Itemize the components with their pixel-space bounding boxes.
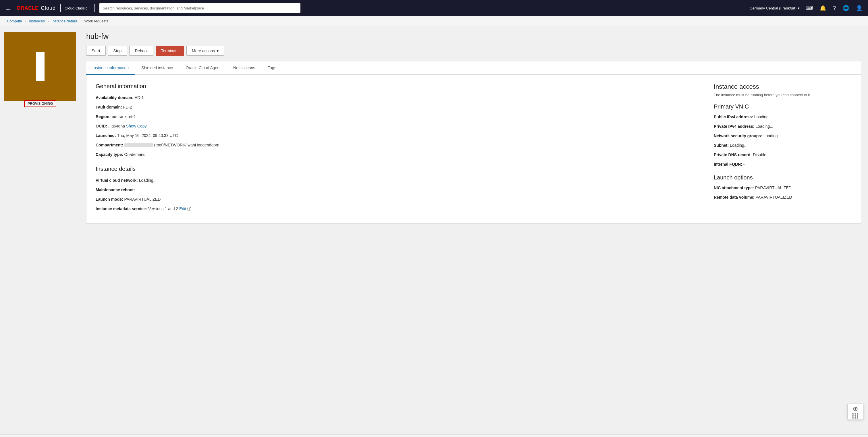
ocid-copy-link[interactable]: Copy (137, 124, 147, 128)
help-widget-icon: ⊕ (853, 405, 858, 413)
instance-access-section: Instance access The instance must be run… (714, 83, 851, 97)
field-subnet: Subnet: Loading... (714, 143, 851, 149)
main-content: PROVISIONING hub-fw Start Stop Reboot Te… (0, 26, 868, 434)
instance-thumbnail (4, 32, 76, 101)
breadcrumb: Compute › Instances › Instance details ›… (0, 16, 868, 26)
tab-instance-information[interactable]: Instance information (86, 61, 135, 75)
field-vcn: Virtual cloud network: Loading... (96, 178, 696, 184)
metadata-edit-link[interactable]: Edit (179, 207, 186, 211)
top-navigation: ☰ ORACLE Cloud Cloud Classic › Germany C… (0, 0, 868, 16)
breadcrumb-work-requests: Work requests (85, 19, 108, 23)
primary-vnic-title: Primary VNIC (714, 103, 851, 110)
field-metadata-service: Instance metadata service: Versions 1 an… (96, 206, 696, 212)
field-availability-domain: Availability domain: AD-1 (96, 95, 696, 101)
breadcrumb-compute[interactable]: Compute (7, 19, 22, 23)
info-section-right: Instance access The instance must be run… (714, 83, 851, 215)
notifications-bell-button[interactable]: 🔔 (818, 4, 827, 12)
launch-options-title: Launch options (714, 174, 851, 181)
help-widget[interactable]: ⊕ (847, 404, 863, 420)
hamburger-menu[interactable]: ☰ (5, 3, 12, 12)
cloud-label: Cloud (41, 5, 56, 11)
tab-notifications[interactable]: Notifications (227, 61, 261, 75)
tab-shielded-instance[interactable]: Shielded instance (135, 61, 180, 75)
tab-oracle-cloud-agent[interactable]: Oracle Cloud Agent (180, 61, 227, 75)
field-launched: Launched: Thu, May 16, 2024, 09:40:33 UT… (96, 133, 696, 139)
status-badge: PROVISIONING (24, 100, 56, 107)
cloud-classic-button[interactable]: Cloud Classic › (60, 4, 95, 12)
ocid-show-link[interactable]: Show (126, 124, 136, 128)
field-ocid: OCID: ...g64qna Show Copy (96, 123, 696, 129)
field-public-ipv4: Public IPv4 address: Loading... (714, 114, 851, 120)
search-input[interactable] (103, 6, 297, 10)
terminal-icon-button[interactable]: ⌨ (804, 4, 814, 12)
field-remote-data-volume: Remote data volume: PARAVIRTUALIZED (714, 194, 851, 200)
instance-detail-panel: hub-fw Start Stop Reboot Terminate More … (81, 26, 868, 434)
field-region: Region: eu-frankfurt-1 (96, 114, 696, 120)
instance-icon (36, 52, 44, 81)
field-capacity-type: Capacity type: On-demand (96, 152, 696, 158)
field-maintenance-reboot: Maintenance reboot: - (96, 187, 696, 193)
field-internal-fqdn: Internal FQDN: - (714, 161, 851, 167)
field-private-dns: Private DNS record: Disable (714, 152, 851, 158)
instance-access-title: Instance access (714, 83, 851, 90)
terminate-button[interactable]: Terminate (156, 46, 184, 56)
footer: Terms of Use and Privacy Cookie Preferen… (0, 434, 868, 437)
breadcrumb-instance-details[interactable]: Instance details (52, 19, 78, 23)
general-information-title: General information (96, 83, 696, 90)
primary-vnic-section: Primary VNIC Public IPv4 address: Loadin… (714, 103, 851, 167)
user-profile-button[interactable]: 👤 (855, 4, 863, 12)
reboot-button[interactable]: Reboot (129, 46, 153, 56)
field-fault-domain: Fault domain: FD-2 (96, 104, 696, 110)
general-information-section: General information Availability domain:… (96, 83, 696, 158)
instance-access-subtitle: The instance must be running before you … (714, 93, 851, 97)
field-launch-mode: Launch mode: PARAVIRTUALIZED (96, 196, 696, 202)
help-widget-dots (852, 413, 859, 418)
instance-image-panel: PROVISIONING (0, 26, 81, 434)
stop-button[interactable]: Stop (108, 46, 127, 56)
oracle-logo: ORACLE Cloud (17, 5, 56, 11)
search-bar (99, 3, 301, 13)
start-button[interactable]: Start (86, 46, 106, 56)
help-button[interactable]: ? (832, 4, 837, 12)
more-actions-button[interactable]: More actions ▾ (186, 46, 224, 56)
oracle-brand: ORACLE (17, 5, 38, 11)
instance-details-title: Instance details (96, 166, 696, 172)
tabs-container: Instance information Shielded instance O… (86, 61, 861, 75)
language-button[interactable]: 🌐 (842, 4, 850, 12)
field-nic-attachment: NIC attachment type: PARAVIRTUALIZED (714, 185, 851, 191)
tab-content-instance-information: General information Availability domain:… (86, 75, 861, 224)
launch-options-section: Launch options NIC attachment type: PARA… (714, 174, 851, 200)
instance-details-section: Instance details Virtual cloud network: … (96, 166, 696, 212)
compartment-loading-placeholder (124, 143, 153, 147)
field-private-ipv4: Private IPv4 address: Loading... (714, 123, 851, 129)
info-section-left: General information Availability domain:… (96, 83, 696, 215)
region-selector[interactable]: Germany Central (Frankfurt) ▾ (750, 6, 800, 10)
tab-tags[interactable]: Tags (261, 61, 283, 75)
field-nsg: Network security groups: Loading... (714, 133, 851, 139)
action-buttons: Start Stop Reboot Terminate More actions… (86, 46, 861, 56)
nav-right-actions: Germany Central (Frankfurt) ▾ ⌨ 🔔 ? 🌐 👤 (750, 4, 863, 12)
page-title: hub-fw (86, 32, 861, 41)
breadcrumb-instances[interactable]: Instances (29, 19, 45, 23)
field-compartment: Compartment: (root)/NETWORK/IwanHoogendo… (96, 142, 696, 148)
